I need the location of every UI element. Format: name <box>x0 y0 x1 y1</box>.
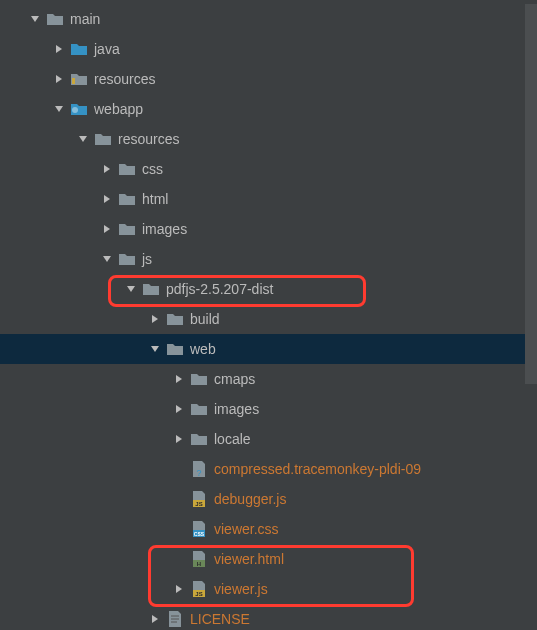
svg-marker-24 <box>176 585 182 593</box>
tree-label: webapp <box>94 101 143 117</box>
chevron-right-icon[interactable] <box>148 312 162 326</box>
tree-row-viewer-html[interactable]: H viewer.html <box>0 544 537 574</box>
tree-row-viewer-js[interactable]: JS viewer.js <box>0 574 537 604</box>
chevron-down-icon[interactable] <box>124 282 138 296</box>
chevron-down-icon[interactable] <box>100 252 114 266</box>
chevron-right-icon[interactable] <box>52 72 66 86</box>
tree-row-compressed[interactable]: ? compressed.tracemonkey-pldi-09 <box>0 454 537 484</box>
chevron-right-icon[interactable] <box>100 192 114 206</box>
js-file-icon: JS <box>190 580 208 598</box>
tree-row-images[interactable]: images <box>0 214 537 244</box>
svg-marker-15 <box>176 405 182 413</box>
chevron-right-icon[interactable] <box>100 162 114 176</box>
tree-label: web <box>190 341 216 357</box>
tree-row-license[interactable]: LICENSE <box>0 604 537 630</box>
tree-row-html[interactable]: html <box>0 184 537 214</box>
unknown-file-icon: ? <box>190 460 208 478</box>
tree-row-images-web[interactable]: images <box>0 394 537 424</box>
folder-icon <box>166 340 184 358</box>
tree-label: js <box>142 251 152 267</box>
tree-label: resources <box>94 71 155 87</box>
js-file-icon: JS <box>190 490 208 508</box>
svg-marker-1 <box>56 45 62 53</box>
web-folder-icon <box>70 100 88 118</box>
svg-marker-8 <box>104 195 110 203</box>
file-tree: main java resources webapp resources css <box>0 0 537 630</box>
tree-label: build <box>190 311 220 327</box>
chevron-down-icon[interactable] <box>28 12 42 26</box>
tree-label: compressed.tracemonkey-pldi-09 <box>214 461 421 477</box>
folder-icon <box>118 250 136 268</box>
chevron-down-icon[interactable] <box>52 102 66 116</box>
svg-marker-10 <box>103 256 111 262</box>
tree-row-build[interactable]: build <box>0 304 537 334</box>
svg-marker-2 <box>56 75 62 83</box>
folder-icon <box>190 370 208 388</box>
tree-row-main[interactable]: main <box>0 4 537 34</box>
tree-label: viewer.js <box>214 581 268 597</box>
css-file-icon: CSS <box>190 520 208 538</box>
tree-label: LICENSE <box>190 611 250 627</box>
chevron-down-icon[interactable] <box>148 342 162 356</box>
svg-point-5 <box>72 107 78 113</box>
text-file-icon <box>166 610 184 628</box>
tree-row-resources[interactable]: resources <box>0 124 537 154</box>
tree-row-web[interactable]: web <box>0 334 537 364</box>
tree-label: java <box>94 41 120 57</box>
folder-icon <box>190 400 208 418</box>
chevron-right-icon[interactable] <box>148 612 162 626</box>
html-file-icon: H <box>190 550 208 568</box>
folder-icon <box>118 220 136 238</box>
tree-row-pdfjs[interactable]: pdfjs-2.5.207-dist <box>0 274 537 304</box>
tree-row-viewer-css[interactable]: CSS viewer.css <box>0 514 537 544</box>
svg-marker-13 <box>151 346 159 352</box>
tree-label: locale <box>214 431 251 447</box>
svg-marker-14 <box>176 375 182 383</box>
svg-marker-6 <box>79 136 87 142</box>
folder-icon <box>46 10 64 28</box>
tree-row-cmaps[interactable]: cmaps <box>0 364 537 394</box>
svg-marker-27 <box>152 615 158 623</box>
tree-label: images <box>214 401 259 417</box>
folder-icon <box>94 130 112 148</box>
chevron-right-icon[interactable] <box>172 582 186 596</box>
tree-label: main <box>70 11 100 27</box>
folder-icon <box>142 280 160 298</box>
svg-text:?: ? <box>196 468 201 478</box>
tree-row-js[interactable]: js <box>0 244 537 274</box>
tree-label: css <box>142 161 163 177</box>
chevron-right-icon[interactable] <box>100 222 114 236</box>
tree-row-locale[interactable]: locale <box>0 424 537 454</box>
tree-label: resources <box>118 131 179 147</box>
chevron-right-icon[interactable] <box>172 372 186 386</box>
svg-text:H: H <box>197 561 201 567</box>
svg-text:JS: JS <box>195 501 202 507</box>
tree-label: images <box>142 221 187 237</box>
folder-icon <box>118 190 136 208</box>
svg-marker-0 <box>31 16 39 22</box>
svg-text:JS: JS <box>195 591 202 597</box>
svg-marker-12 <box>152 315 158 323</box>
chevron-down-icon[interactable] <box>76 132 90 146</box>
resources-folder-icon <box>70 70 88 88</box>
svg-marker-4 <box>55 106 63 112</box>
svg-marker-9 <box>104 225 110 233</box>
tree-label: viewer.css <box>214 521 279 537</box>
tree-label: html <box>142 191 168 207</box>
tree-label: debugger.js <box>214 491 286 507</box>
scrollbar-thumb[interactable] <box>525 4 537 384</box>
tree-label: viewer.html <box>214 551 284 567</box>
svg-rect-3 <box>72 78 75 84</box>
chevron-right-icon[interactable] <box>52 42 66 56</box>
tree-row-webapp[interactable]: webapp <box>0 94 537 124</box>
chevron-right-icon[interactable] <box>172 402 186 416</box>
tree-row-css[interactable]: css <box>0 154 537 184</box>
tree-label: cmaps <box>214 371 255 387</box>
svg-text:CSS: CSS <box>194 531 205 537</box>
folder-icon <box>118 160 136 178</box>
chevron-right-icon[interactable] <box>172 432 186 446</box>
svg-marker-16 <box>176 435 182 443</box>
tree-row-java[interactable]: java <box>0 34 537 64</box>
tree-row-resources-top[interactable]: resources <box>0 64 537 94</box>
tree-row-debugger[interactable]: JS debugger.js <box>0 484 537 514</box>
